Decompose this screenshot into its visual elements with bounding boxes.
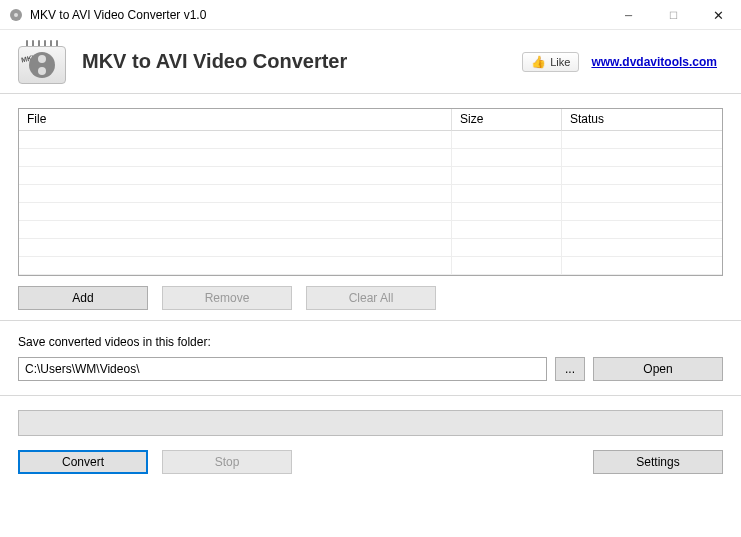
- minimize-button[interactable]: ─: [606, 0, 651, 30]
- col-file[interactable]: File: [19, 109, 452, 131]
- header: MKV MKV to AVI Video Converter 👍 Like ww…: [0, 30, 741, 94]
- app-logo: MKV: [18, 40, 66, 84]
- maximize-button[interactable]: ☐: [651, 0, 696, 30]
- table-row: [19, 221, 722, 239]
- output-label: Save converted videos in this folder:: [18, 335, 723, 349]
- table-row: [19, 149, 722, 167]
- website-link[interactable]: www.dvdavitools.com: [591, 55, 717, 69]
- col-status[interactable]: Status: [562, 109, 722, 131]
- clear-all-button[interactable]: Clear All: [306, 286, 436, 310]
- stop-button[interactable]: Stop: [162, 450, 292, 474]
- file-buttons: Add Remove Clear All: [18, 286, 723, 310]
- close-button[interactable]: ✕: [696, 0, 741, 30]
- window-controls: ─ ☐ ✕: [606, 0, 741, 29]
- progress-section: Convert Stop Settings: [0, 396, 741, 484]
- like-button[interactable]: 👍 Like: [522, 52, 579, 72]
- table-header: File Size Status: [19, 109, 722, 131]
- table-row: [19, 185, 722, 203]
- col-size[interactable]: Size: [452, 109, 562, 131]
- browse-button[interactable]: ...: [555, 357, 585, 381]
- table-row: [19, 239, 722, 257]
- output-section: Save converted videos in this folder: ..…: [0, 321, 741, 395]
- table-row: [19, 131, 722, 149]
- output-path-input[interactable]: [18, 357, 547, 381]
- app-title: MKV to AVI Video Converter: [82, 50, 522, 73]
- open-button[interactable]: Open: [593, 357, 723, 381]
- window-title: MKV to AVI Video Converter v1.0: [30, 8, 606, 22]
- file-section: File Size Status Add Remove Clear All: [0, 94, 741, 320]
- thumbs-up-icon: 👍: [531, 55, 546, 69]
- app-icon: [8, 7, 24, 23]
- svg-point-1: [14, 13, 18, 17]
- table-row: [19, 257, 722, 275]
- titlebar: MKV to AVI Video Converter v1.0 ─ ☐ ✕: [0, 0, 741, 30]
- settings-button[interactable]: Settings: [593, 450, 723, 474]
- add-button[interactable]: Add: [18, 286, 148, 310]
- file-table: File Size Status: [18, 108, 723, 276]
- convert-button[interactable]: Convert: [18, 450, 148, 474]
- action-row: Convert Stop Settings: [18, 450, 723, 474]
- like-label: Like: [550, 56, 570, 68]
- table-body[interactable]: [19, 131, 722, 275]
- table-row: [19, 167, 722, 185]
- output-row: ... Open: [18, 357, 723, 381]
- table-row: [19, 203, 722, 221]
- progress-bar: [18, 410, 723, 436]
- remove-button[interactable]: Remove: [162, 286, 292, 310]
